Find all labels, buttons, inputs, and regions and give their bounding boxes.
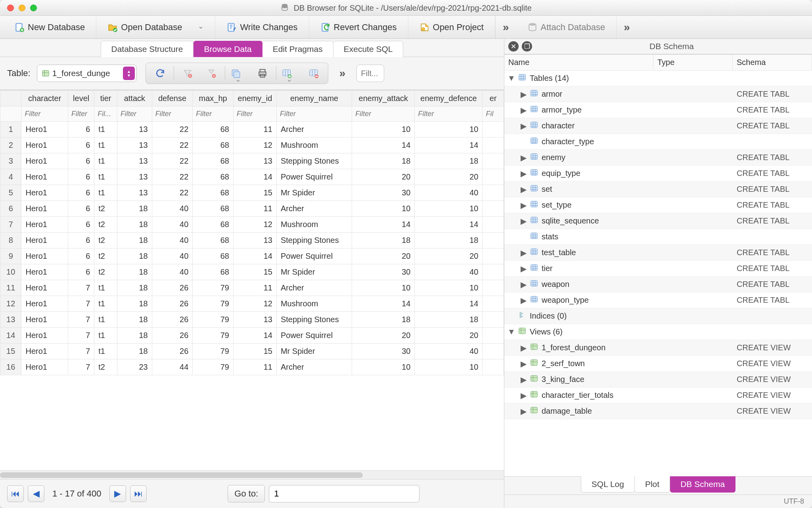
- cell-enemy_name[interactable]: Mushroom: [276, 138, 352, 153]
- cell-enemy_defence[interactable]: 20: [415, 169, 483, 185]
- cell-enemy_name[interactable]: Mr Spider: [276, 264, 352, 280]
- column-header-defense[interactable]: defense: [152, 91, 193, 107]
- cell-attack[interactable]: 18: [117, 328, 152, 344]
- cell-enemy_name[interactable]: Stepping Stones: [276, 233, 352, 248]
- cell-enemy_name[interactable]: Power Squirrel: [276, 328, 352, 344]
- cell-tier[interactable]: t1: [94, 328, 117, 344]
- cell-attack[interactable]: 13: [117, 138, 152, 153]
- cell-character[interactable]: Hero1: [21, 122, 68, 138]
- cell-enemy_defence[interactable]: 20: [415, 248, 483, 264]
- cell-enemy_id[interactable]: 11: [233, 280, 276, 296]
- cell-tier[interactable]: t2: [94, 233, 117, 248]
- column-filter-level[interactable]: [70, 107, 92, 120]
- cell-max_hp[interactable]: 68: [193, 138, 234, 153]
- window-close-button[interactable]: [7, 4, 14, 11]
- disclosure-triangle-icon[interactable]: ▶: [520, 264, 527, 273]
- window-minimize-button[interactable]: [19, 4, 25, 11]
- cell-enemy_attack[interactable]: 18: [352, 153, 415, 169]
- cell-enemy_defence[interactable]: 14: [415, 138, 483, 153]
- tab-plot[interactable]: Plot: [635, 476, 670, 493]
- cell-level[interactable]: 6: [68, 153, 94, 169]
- cell-enemy_defence[interactable]: 18: [415, 312, 483, 328]
- pager-next-button[interactable]: ▶: [109, 485, 126, 502]
- tree-item[interactable]: ▶weaponCREATE TABL: [504, 277, 812, 292]
- cell-max_hp[interactable]: 68: [193, 169, 234, 185]
- cell-level[interactable]: 7: [68, 344, 94, 359]
- cell-defense[interactable]: 26: [152, 280, 193, 296]
- column-filter-character[interactable]: [23, 107, 66, 120]
- column-filter-max_hp[interactable]: [194, 107, 232, 120]
- table-row[interactable]: 12Hero17t118267912Mushroom1414: [0, 296, 504, 312]
- cell-attack[interactable]: 18: [117, 233, 152, 248]
- disclosure-triangle-icon[interactable]: ▶: [520, 407, 527, 416]
- rownum-cell[interactable]: 2: [0, 138, 21, 153]
- tree-item[interactable]: ▶character_tier_totalsCREATE VIEW: [504, 388, 812, 403]
- column-filter-enemy_name[interactable]: [278, 107, 350, 120]
- cell-tier[interactable]: t1: [94, 280, 117, 296]
- horizontal-scrollbar[interactable]: [0, 470, 504, 479]
- disclosure-triangle-icon[interactable]: ▶: [520, 391, 527, 400]
- cell-enemy_attack[interactable]: 14: [352, 138, 415, 153]
- cell-max_hp[interactable]: 68: [193, 233, 234, 248]
- table-select[interactable]: 1_forest_dunge: [37, 65, 137, 82]
- cell-max_hp[interactable]: 68: [193, 185, 234, 201]
- table-row[interactable]: 11Hero17t118267911Archer1010: [0, 280, 504, 296]
- cell-character[interactable]: Hero1: [21, 359, 68, 375]
- disclosure-triangle-icon[interactable]: ▶: [520, 296, 527, 305]
- disclosure-triangle-icon[interactable]: ▶: [520, 121, 527, 131]
- cell-enemy_name[interactable]: Archer: [276, 201, 352, 217]
- write-changes-button[interactable]: Write Changes: [215, 16, 309, 38]
- cell-tier[interactable]: t1: [94, 344, 117, 359]
- table-row[interactable]: 7Hero16t218406812Mushroom1414: [0, 217, 504, 233]
- open-database-button[interactable]: Open Database: [96, 16, 215, 38]
- cell-level[interactable]: 7: [68, 359, 94, 375]
- cell-enemy_defence[interactable]: 10: [415, 280, 483, 296]
- cell-enemy_attack[interactable]: 30: [352, 264, 415, 280]
- cell-enemy_id[interactable]: 15: [233, 185, 276, 201]
- cell-enemy_id[interactable]: 14: [233, 169, 276, 185]
- cell-enemy_name[interactable]: Stepping Stones: [276, 312, 352, 328]
- cell-attack[interactable]: 18: [117, 248, 152, 264]
- rownum-cell[interactable]: 4: [0, 169, 21, 185]
- cell-attack[interactable]: 18: [117, 280, 152, 296]
- tree-item[interactable]: ▶enemyCREATE TABL: [504, 150, 812, 166]
- rownum-cell[interactable]: 5: [0, 185, 21, 201]
- cell-defense[interactable]: 40: [152, 264, 193, 280]
- attach-database-button[interactable]: Attach Database: [516, 16, 617, 38]
- cell-enemy_id[interactable]: 14: [233, 328, 276, 344]
- delete-record-button[interactable]: [302, 65, 326, 82]
- column-header-character[interactable]: character: [21, 91, 68, 107]
- cell-enemy_defence[interactable]: 14: [415, 296, 483, 312]
- cell-level[interactable]: 6: [68, 233, 94, 248]
- rownum-cell[interactable]: 3: [0, 153, 21, 169]
- rownum-cell[interactable]: 14: [0, 328, 21, 344]
- pager-first-button[interactable]: ⏮: [7, 485, 24, 502]
- cell-enemy_id[interactable]: 15: [233, 344, 276, 359]
- column-header-enemy_id[interactable]: enemy_id: [233, 91, 276, 107]
- cell-character[interactable]: Hero1: [21, 201, 68, 217]
- rownum-cell[interactable]: 10: [0, 264, 21, 280]
- cell-defense[interactable]: 40: [152, 233, 193, 248]
- rownum-cell[interactable]: 7: [0, 217, 21, 233]
- cell-character[interactable]: Hero1: [21, 328, 68, 344]
- cell-attack[interactable]: 18: [117, 217, 152, 233]
- column-filter-er[interactable]: [484, 107, 502, 120]
- pager-prev-button[interactable]: ◀: [28, 485, 44, 502]
- cell-defense[interactable]: 26: [152, 328, 193, 344]
- toolbar-overflow-button[interactable]: »: [495, 16, 516, 38]
- cell-character[interactable]: Hero1: [21, 264, 68, 280]
- cell-defense[interactable]: 26: [152, 312, 193, 328]
- refresh-button[interactable]: [148, 65, 172, 82]
- tree-item[interactable]: ▶set_typeCREATE TABL: [504, 197, 812, 213]
- cell-defense[interactable]: 44: [152, 359, 193, 375]
- print-button[interactable]: [251, 65, 274, 82]
- rownum-cell[interactable]: 11: [0, 280, 21, 296]
- cell-character[interactable]: Hero1: [21, 233, 68, 248]
- cell-defense[interactable]: 22: [152, 185, 193, 201]
- tree-item[interactable]: ▶tierCREATE TABL: [504, 261, 812, 277]
- cell-enemy_id[interactable]: 13: [233, 312, 276, 328]
- disclosure-triangle-icon[interactable]: ▶: [520, 153, 527, 162]
- cell-max_hp[interactable]: 79: [193, 344, 234, 359]
- tab-database-structure[interactable]: Database Structure: [101, 41, 194, 57]
- cell-character[interactable]: Hero1: [21, 248, 68, 264]
